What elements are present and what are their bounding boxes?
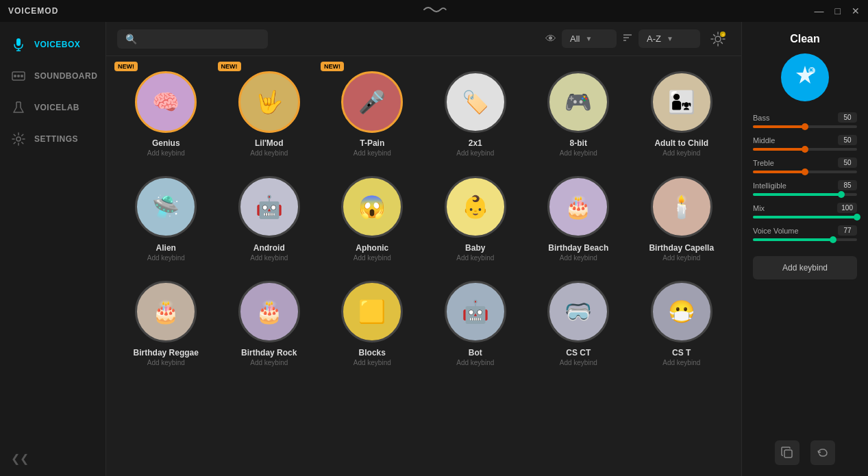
voice-keybind-bot[interactable]: Add keybind: [456, 359, 494, 366]
maximize-button[interactable]: □: [835, 5, 841, 16]
voice-keybind-2x1[interactable]: Add keybind: [456, 149, 494, 157]
voice-keybind-android[interactable]: Add keybind: [250, 254, 288, 262]
voice-keybind-tpain[interactable]: Add keybind: [354, 149, 391, 157]
voice-card-birthdayrock[interactable]: 🎂 Birthday Rock Add keybind: [221, 274, 319, 373]
voice-name-alien: Alien: [156, 243, 176, 253]
copy-button[interactable]: [775, 440, 799, 465]
voice-emoji-csct: 🥽: [565, 299, 592, 325]
voice-keybind-csct[interactable]: Add keybind: [560, 359, 597, 366]
slider-fill-voicevolume: [753, 238, 833, 241]
sidebar-item-voicelab[interactable]: VOICELAB: [0, 92, 106, 123]
voice-card-lilmod[interactable]: NEW! 🤟 Lil'Mod Add keybind: [221, 64, 319, 164]
voice-name-birthdayreggae: Birthday Reggae: [134, 348, 199, 358]
reset-button[interactable]: [810, 440, 835, 465]
filter-chevron-icon: ▼: [585, 35, 592, 42]
voice-keybind-cst[interactable]: Add keybind: [662, 359, 700, 366]
slider-thumb-middle[interactable]: [802, 146, 808, 153]
close-button[interactable]: ✕: [852, 5, 860, 16]
voice-card-blocks[interactable]: 🟨 Blocks Add keybind: [323, 274, 421, 373]
voice-card-birthdaybeach[interactable]: 🎂 Birthday Beach Add keybind: [530, 169, 628, 268]
toolbar-filter: 👁 All ▼ A-Z ▼: [545, 27, 730, 51]
voice-circle-aphonic: 😱: [341, 176, 403, 238]
add-keybind-button[interactable]: Add keybind: [753, 256, 857, 279]
voice-name-8bit: 8-bit: [570, 138, 587, 148]
slider-track-intelligible[interactable]: [753, 193, 857, 196]
voice-name-birthdaycapella: Birthday Capella: [649, 243, 714, 253]
slider-track-middle[interactable]: [753, 148, 857, 151]
voice-keybind-alien[interactable]: Add keybind: [147, 254, 185, 262]
sliders-container: Bass 50 Middle 50 Treble 50 Intelligible…: [753, 112, 857, 248]
eye-icon: 👁: [545, 33, 556, 45]
voice-card-adulttochild[interactable]: 👨‍👧 Adult to Child Add keybind: [633, 64, 731, 164]
slider-fill-middle: [753, 148, 805, 151]
slider-label-middle: Middle: [753, 136, 775, 145]
slider-track-treble[interactable]: [753, 171, 857, 173]
voice-keybind-birthdayreggae[interactable]: Add keybind: [147, 359, 185, 366]
voice-emoji-bot: 🤖: [462, 299, 489, 325]
voice-keybind-birthdaybeach[interactable]: Add keybind: [560, 254, 597, 262]
voice-emoji-baby: 👶: [462, 194, 489, 220]
voice-keybind-genius[interactable]: Add keybind: [147, 149, 185, 157]
svg-text:⚡: ⚡: [721, 32, 726, 38]
sidebar-item-soundboard[interactable]: SOUNDBOARD: [0, 60, 106, 92]
slider-group-treble: Treble 50: [753, 158, 857, 173]
collapse-sidebar-button[interactable]: ❮❮: [11, 452, 29, 465]
sidebar-soundboard-label: SOUNDBOARD: [34, 71, 97, 81]
filter-dropdown[interactable]: All ▼: [562, 29, 617, 48]
search-icon: 🔍: [125, 34, 137, 45]
voice-settings-button[interactable]: ⚡: [706, 27, 730, 51]
sidebar-item-settings[interactable]: SETTINGS: [0, 123, 106, 155]
voice-grid-container: NEW! 🧠 Genius Add keybind NEW! 🤟 Lil'Mod…: [106, 56, 741, 476]
voice-card-tpain[interactable]: NEW! 🎤 T-Pain Add keybind: [323, 64, 421, 164]
voice-emoji-alien: 🛸: [152, 194, 179, 220]
slider-thumb-intelligible[interactable]: [838, 191, 845, 198]
voice-card-2x1[interactable]: 🏷️ 2x1 Add keybind: [427, 64, 525, 164]
voice-circle-genius: 🧠: [135, 71, 197, 133]
voice-card-csct[interactable]: 🥽 CS CT Add keybind: [530, 274, 628, 373]
slider-thumb-voicevolume[interactable]: [830, 236, 836, 243]
voice-name-2x1: 2x1: [469, 138, 482, 148]
slider-track-mix[interactable]: [753, 216, 857, 218]
voice-keybind-blocks[interactable]: Add keybind: [354, 359, 391, 366]
voice-card-8bit[interactable]: 🎮 8-bit Add keybind: [530, 64, 628, 164]
sort-chevron-icon: ▼: [667, 35, 673, 42]
voice-keybind-baby[interactable]: Add keybind: [456, 254, 494, 262]
voice-keybind-aphonic[interactable]: Add keybind: [354, 254, 391, 262]
search-box: 🔍: [117, 29, 268, 49]
voice-emoji-birthdayrock: 🎂: [256, 299, 283, 325]
svg-rect-16: [784, 450, 792, 458]
sort-label: A-Z: [647, 34, 661, 44]
slider-track-voicevolume[interactable]: [753, 238, 857, 241]
sidebar-item-voicebox[interactable]: VOICEBOX: [0, 29, 106, 60]
voice-name-blocks: Blocks: [359, 348, 386, 358]
slider-label-treble: Treble: [753, 159, 774, 167]
voice-card-birthdaycapella[interactable]: 🕯️ Birthday Capella Add keybind: [633, 169, 731, 268]
voice-keybind-birthdayrock[interactable]: Add keybind: [250, 359, 288, 366]
search-input[interactable]: [142, 34, 252, 44]
slider-thumb-treble[interactable]: [802, 168, 808, 175]
voice-name-baby: Baby: [465, 243, 485, 253]
voice-card-cst[interactable]: 😷 CS T Add keybind: [633, 274, 731, 373]
voice-card-genius[interactable]: NEW! 🧠 Genius Add keybind: [117, 64, 215, 164]
minimize-button[interactable]: —: [815, 5, 824, 16]
slider-thumb-bass[interactable]: [802, 123, 808, 130]
voice-circle-csct: 🥽: [547, 281, 609, 342]
voice-card-birthdayreggae[interactable]: 🎂 Birthday Reggae Add keybind: [117, 274, 215, 373]
panel-bottom-icons: [753, 429, 857, 465]
voice-keybind-adulttochild[interactable]: Add keybind: [662, 149, 700, 157]
slider-thumb-mix[interactable]: [854, 214, 860, 221]
voice-card-android[interactable]: 🤖 Android Add keybind: [221, 169, 319, 268]
voice-keybind-8bit[interactable]: Add keybind: [560, 149, 597, 157]
voice-card-alien[interactable]: 🛸 Alien Add keybind: [117, 169, 215, 268]
voice-keybind-birthdaycapella[interactable]: Add keybind: [662, 254, 700, 262]
voice-keybind-lilmod[interactable]: Add keybind: [250, 149, 288, 157]
slider-label-row-bass: Bass 50: [753, 112, 857, 123]
voice-circle-alien: 🛸: [135, 176, 197, 238]
sidebar-voicebox-label: VOICEBOX: [34, 40, 80, 49]
voice-card-aphonic[interactable]: 😱 Aphonic Add keybind: [323, 169, 421, 268]
sort-dropdown[interactable]: A-Z ▼: [638, 29, 700, 48]
voice-card-bot[interactable]: 🤖 Bot Add keybind: [427, 274, 525, 373]
soundboard-icon: [11, 68, 26, 84]
voice-card-baby[interactable]: 👶 Baby Add keybind: [427, 169, 525, 268]
slider-track-bass[interactable]: [753, 125, 857, 128]
